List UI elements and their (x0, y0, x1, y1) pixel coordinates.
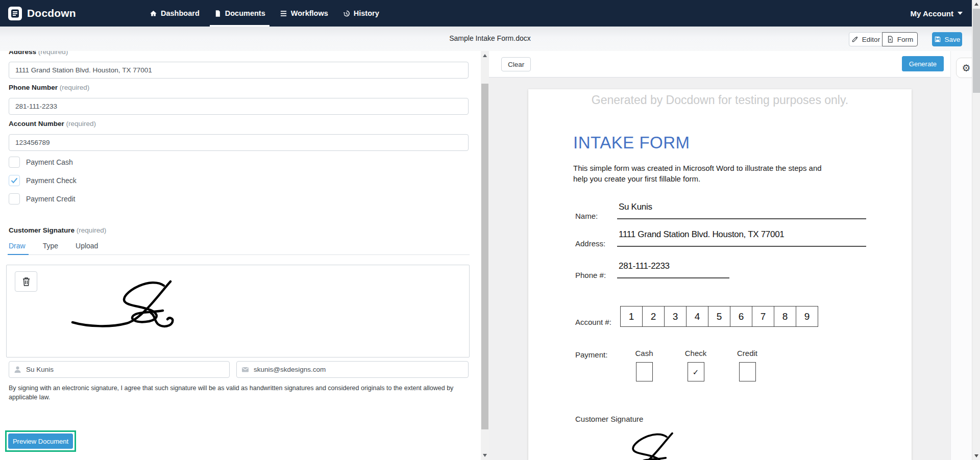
account-digit: 1 (620, 306, 643, 327)
scroll-up-arrow-icon[interactable] (974, 3, 978, 6)
person-icon (14, 366, 21, 373)
signature-canvas[interactable] (6, 265, 470, 357)
doc-name-label: Name: (575, 212, 598, 220)
scrollbar-thumb[interactable] (973, 9, 980, 93)
doc-payment-label: Payment: (575, 350, 607, 359)
doc-address-label: Address: (575, 239, 605, 248)
signer-email-input[interactable] (236, 361, 469, 378)
document-icon (214, 10, 222, 17)
signer-name-input[interactable] (9, 361, 230, 378)
payment-option-check: Check ✓ (680, 349, 712, 381)
envelope-icon (241, 366, 249, 373)
scroll-up-arrow-icon[interactable] (483, 54, 487, 57)
phone-label: Phone Number (required) (9, 84, 89, 91)
preview-document-button[interactable]: Preview Document (8, 433, 73, 449)
esignature-disclaimer: By signing with an electronic signature,… (9, 384, 468, 402)
tab-draw[interactable]: Draw (9, 242, 26, 250)
payment-check-row: Payment Check (9, 175, 77, 186)
doc-signature-label: Customer Signature (575, 415, 643, 423)
nav-dashboard[interactable]: Dashboard (142, 0, 207, 27)
payment-credit-row: Payment Credit (9, 193, 75, 205)
save-button[interactable]: Save (932, 32, 962, 46)
account-digit: 4 (686, 306, 708, 327)
list-icon (280, 10, 287, 17)
scroll-down-arrow-icon[interactable] (483, 454, 487, 457)
document-title: Sample Intake Form.docx (0, 34, 980, 42)
annotation-highlight-box: Preview Document (5, 430, 76, 452)
doc-name-line (617, 218, 866, 219)
account-number-input[interactable] (9, 134, 469, 151)
nav-workflows[interactable]: Workflows (273, 0, 335, 27)
account-digit: 2 (642, 306, 665, 327)
scroll-down-arrow-icon[interactable] (974, 454, 978, 457)
view-toggle-group: Editor Form (849, 32, 918, 46)
account-digit: 8 (774, 306, 796, 327)
account-digit: 9 (796, 306, 818, 327)
address-label: Address (required) (9, 51, 68, 56)
doc-phone-label: Phone #: (575, 271, 606, 279)
clear-signature-button[interactable] (15, 271, 37, 292)
account-digit-boxes: 1 2 3 4 5 6 7 8 9 (620, 306, 818, 327)
cash-checkbox (636, 362, 653, 381)
form-description: This simple form was created in Microsof… (573, 163, 823, 184)
address-input[interactable] (9, 62, 469, 79)
chevron-down-icon (958, 12, 963, 15)
history-icon (342, 10, 350, 17)
tab-upload[interactable]: Upload (76, 242, 98, 250)
payment-option-cash: Cash (628, 349, 660, 381)
editor-button[interactable]: Editor (849, 32, 883, 46)
account-number-label: Account Number (required) (9, 120, 96, 127)
nav-documents[interactable]: Documents (207, 0, 273, 27)
payment-cash-checkbox[interactable] (9, 157, 20, 168)
document-header: Sample Intake Form.docx Editor Form Save (0, 27, 980, 51)
top-navbar: Docdown Dashboard Documents Workflows Hi… (0, 0, 980, 27)
docdown-app: Docdown Dashboard Documents Workflows Hi… (0, 0, 980, 460)
tab-type[interactable]: Type (43, 242, 58, 250)
doc-name-value: Su Kunis (619, 202, 652, 212)
payment-cash-row: Payment Cash (9, 157, 73, 168)
drawn-signature (65, 270, 180, 337)
scrollbar-thumb[interactable] (481, 84, 488, 429)
account-menu[interactable]: My Account (911, 0, 963, 27)
credit-checkbox (739, 362, 756, 381)
form-button[interactable]: Form (882, 32, 918, 46)
signer-name-wrap (9, 361, 230, 378)
doc-account-label: Account #: (575, 318, 611, 326)
form-panel-scrollbar[interactable] (481, 51, 489, 460)
gear-icon: ⚙ (962, 62, 970, 74)
doc-address-line (617, 246, 866, 247)
payment-option-credit: Credit (731, 349, 763, 381)
clear-button[interactable]: Clear (501, 57, 531, 71)
generate-button[interactable]: Generate (902, 56, 944, 71)
account-digit: 7 (752, 306, 774, 327)
account-digit: 5 (708, 306, 730, 327)
form-file-icon (887, 36, 894, 43)
save-icon (934, 36, 941, 43)
account-digit: 6 (730, 306, 752, 327)
settings-rail: ⚙ (950, 51, 972, 460)
signer-email-wrap (236, 361, 469, 378)
docdown-logo-icon (8, 7, 22, 20)
document-page: Generated by Docdown for testing purpose… (528, 89, 912, 460)
preview-toolbar: Clear Generate (489, 51, 950, 78)
payment-credit-checkbox[interactable] (9, 193, 20, 205)
doc-phone-value: 281-111-2233 (619, 261, 670, 271)
document-preview-panel: Clear Generate Generated by Docdown for … (489, 51, 972, 460)
home-icon (150, 10, 157, 17)
nav-history[interactable]: History (335, 0, 386, 27)
signature-tabs: Draw Type Upload (9, 242, 470, 255)
main-nav: Dashboard Documents Workflows History (142, 0, 386, 27)
customer-signature-label: Customer Signature (required) (9, 226, 106, 234)
pencil-icon (851, 36, 859, 43)
doc-phone-line (617, 277, 729, 278)
watermark-text: Generated by Docdown for testing purpose… (528, 93, 912, 107)
payment-check-checkbox[interactable] (9, 175, 20, 186)
brand: Docdown (8, 0, 76, 27)
intake-form-title: INTAKE FORM (573, 133, 690, 152)
check-icon (11, 177, 18, 184)
phone-input[interactable] (9, 98, 469, 115)
doc-signature-image (583, 424, 680, 460)
brand-name: Docdown (27, 7, 76, 19)
document-preview-area: Generated by Docdown for testing purpose… (489, 78, 950, 460)
browser-scrollbar[interactable] (972, 0, 980, 460)
